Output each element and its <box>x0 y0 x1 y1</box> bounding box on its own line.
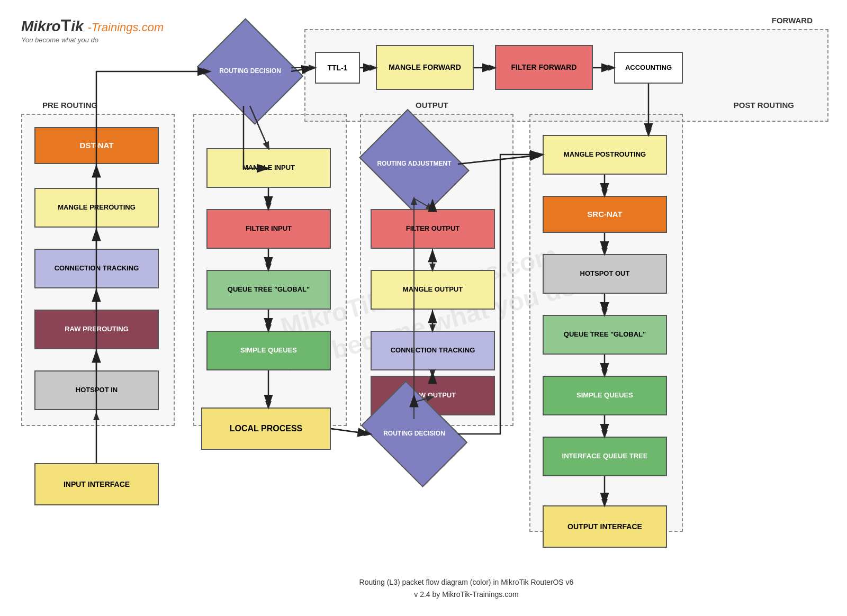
routing-decision-top: ROUTING DECISION <box>209 37 291 106</box>
caption-line1: Routing (L3) packet flow diagram (color)… <box>359 578 574 586</box>
input-interface-box: INPUT INTERFACE <box>34 463 159 505</box>
output-label: OUTPUT <box>416 101 448 110</box>
connection-tracking-pre-box: CONNECTION TRACKING <box>34 249 159 288</box>
svg-line-50 <box>331 429 370 434</box>
ttl1-box: TTL-1 <box>315 52 360 84</box>
local-process-box: LOCAL PROCESS <box>201 407 331 450</box>
filter-forward-box: FILTER FORWARD <box>495 45 593 90</box>
src-nat-box: SRC-NAT <box>543 196 667 233</box>
mangle-prerouting-box: MANGLE PREROUTING <box>34 188 159 228</box>
mangle-output-box: MANGLE OUTPUT <box>371 270 495 310</box>
output-interface-box: OUTPUT INTERFACE <box>543 505 667 548</box>
routing-decision-bottom: ROUTING DECISION <box>371 402 458 466</box>
mangle-forward-box: MANGLE FORWARD <box>376 45 474 90</box>
caption: Routing (L3) packet flow diagram (color)… <box>359 576 574 600</box>
logo: MikroTik -Trainings.com <box>21 16 164 35</box>
simple-queues-input-box: SIMPLE QUEUES <box>206 331 331 370</box>
forward-label: FORWARD <box>772 16 813 25</box>
logo-tagline: You become what you do <box>21 36 98 44</box>
hotspot-out-box: HOTSPOT OUT <box>543 254 667 294</box>
raw-prerouting-box: RAW PREROUTING <box>34 310 159 349</box>
queue-tree-global-input-box: QUEUE TREE "GLOBAL" <box>206 270 331 310</box>
simple-queues-post-box: SIMPLE QUEUES <box>543 376 667 415</box>
filter-output-box: FILTER OUTPUT <box>371 209 495 249</box>
caption-line2: v 2.4 by MikroTik-Trainings.com <box>414 590 518 599</box>
hotspot-in-box: HOTSPOT IN <box>34 370 159 410</box>
mangle-postrouting-box: MANGLE POSTROUTING <box>543 135 667 175</box>
dst-nat-box: DST-NAT <box>34 127 159 164</box>
filter-input-box: FILTER INPUT <box>206 209 331 249</box>
queue-tree-global-post-box: QUEUE TREE "GLOBAL" <box>543 315 667 355</box>
connection-tracking-out-box: CONNECTION TRACKING <box>371 331 495 370</box>
diagram-container: MikroTik-Trainings.comYou become what yo… <box>0 0 847 616</box>
mangle-input-box: MANGLE INPUT <box>206 148 331 188</box>
post-routing-label: POST ROUTING <box>734 101 794 110</box>
accounting-box: ACCOUNTING <box>614 52 683 84</box>
pre-routing-label: PRE ROUTING <box>42 101 97 110</box>
interface-queue-tree-box: INTERFACE QUEUE TREE <box>543 437 667 476</box>
routing-adjustment: ROUTING ADJUSTMENT <box>371 130 458 198</box>
